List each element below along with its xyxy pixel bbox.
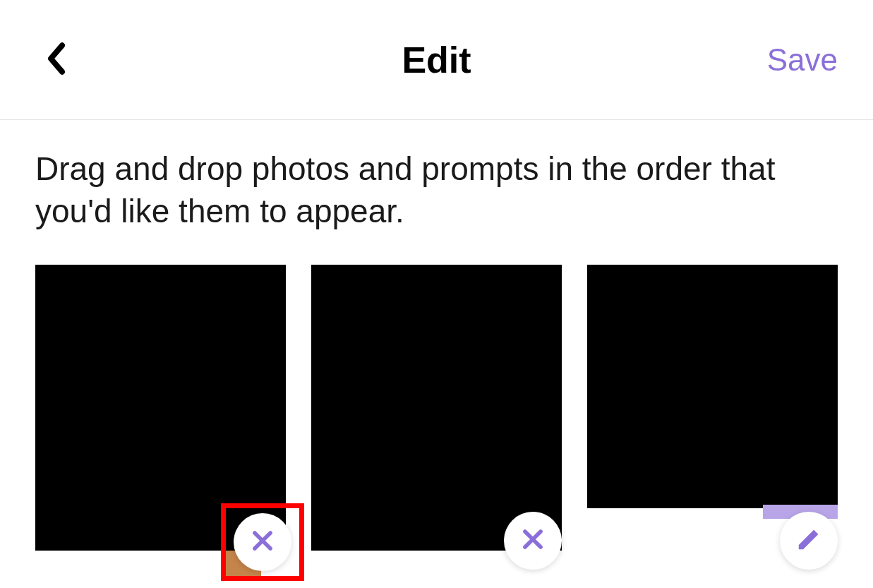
photo-card-2[interactable] <box>311 265 562 575</box>
instructions-text: Drag and drop photos and prompts in the … <box>0 120 873 254</box>
photo-card-1[interactable] <box>35 265 286 575</box>
delete-photo-button[interactable] <box>504 512 562 570</box>
photo-placeholder[interactable] <box>311 265 562 551</box>
save-button[interactable]: Save <box>767 42 838 78</box>
back-button[interactable] <box>35 39 78 81</box>
chevron-left-icon <box>45 42 68 78</box>
photo-card-3[interactable] <box>587 265 838 575</box>
highlight-box <box>221 503 304 581</box>
header: Edit Save <box>0 0 873 120</box>
photo-placeholder[interactable] <box>587 265 838 508</box>
pencil-icon <box>795 526 822 556</box>
close-icon <box>249 527 276 557</box>
delete-photo-button[interactable] <box>234 513 291 571</box>
close-icon <box>519 526 546 556</box>
edit-photo-button[interactable] <box>780 512 838 570</box>
page-title: Edit <box>402 39 471 81</box>
photo-grid <box>0 254 873 575</box>
